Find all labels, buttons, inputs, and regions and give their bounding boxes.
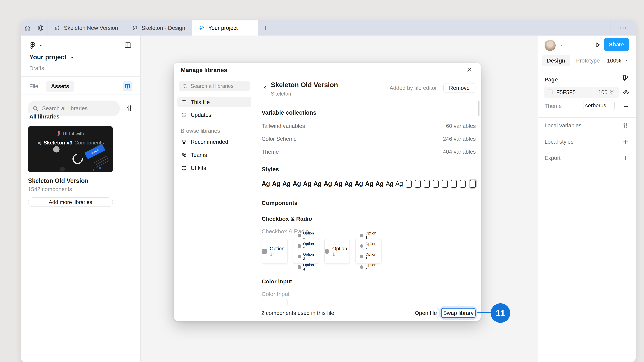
added-by-text: Added by file editor bbox=[390, 85, 437, 91]
remove-theme-icon[interactable] bbox=[622, 103, 629, 110]
radio-glyph bbox=[360, 265, 363, 269]
tab-prototype[interactable]: Prototype bbox=[576, 57, 600, 64]
modal-search-input[interactable] bbox=[191, 83, 247, 89]
library-card-thumbnail[interactable]: UI Kit with ☠ Skeleton v3 Components But… bbox=[28, 126, 113, 172]
remove-button[interactable]: Remove bbox=[443, 83, 476, 93]
library-name[interactable]: Skeleton Old Version bbox=[28, 177, 88, 184]
variable-count: 60 variables bbox=[446, 123, 476, 129]
variable-name: Color Scheme bbox=[262, 136, 297, 142]
scrollbar-thumb[interactable] bbox=[478, 100, 480, 116]
toggle-sidebar-button[interactable] bbox=[124, 41, 132, 49]
variable-row: Theme 404 variables bbox=[262, 148, 476, 156]
chevron-down-icon[interactable] bbox=[558, 43, 563, 48]
option-label: Option 1 bbox=[366, 231, 377, 240]
text-style-sample: Ag bbox=[365, 180, 373, 187]
tab-file[interactable]: File bbox=[29, 83, 38, 89]
chevron-down-icon bbox=[624, 58, 628, 63]
export-row[interactable]: Export bbox=[538, 150, 636, 166]
figma-menu-button[interactable] bbox=[29, 41, 43, 49]
thumb-decor-blue-dot bbox=[93, 169, 94, 171]
close-tab-icon[interactable] bbox=[246, 25, 252, 31]
tab-your-project[interactable]: Your project bbox=[192, 20, 258, 35]
add-more-libraries-button[interactable]: Add more libraries bbox=[28, 197, 113, 207]
variables-heading: Variable collections bbox=[262, 109, 316, 116]
nav-item-this-file[interactable]: This file bbox=[177, 97, 252, 107]
component-card-radio[interactable]: Option 1 bbox=[324, 239, 350, 264]
option-label: Option 2 bbox=[303, 242, 314, 250]
share-button[interactable]: Share bbox=[604, 38, 629, 51]
close-icon[interactable] bbox=[466, 66, 473, 73]
thumb-caption-top: UI Kit with bbox=[63, 131, 84, 136]
tab-label: Skeleton - Design bbox=[142, 25, 185, 31]
swap-library-button[interactable]: Swap library bbox=[441, 308, 476, 318]
group-heading: Color input bbox=[262, 278, 292, 285]
thumb-decor-dot bbox=[60, 167, 65, 172]
effect-style-swatch bbox=[424, 180, 430, 188]
thumb-decor-lines bbox=[92, 154, 110, 170]
modal-search[interactable] bbox=[178, 81, 250, 91]
present-play-button[interactable] bbox=[594, 41, 602, 49]
tab-skeleton-design[interactable]: Skeleton - Design bbox=[125, 20, 192, 35]
add-export-plus-icon[interactable] bbox=[622, 155, 629, 161]
page-color-field[interactable]: F5F5F5 bbox=[544, 87, 594, 98]
effect-style-swatch bbox=[414, 180, 421, 188]
effect-style-swatch bbox=[442, 180, 448, 188]
project-name-dropdown[interactable]: Your project bbox=[29, 54, 74, 61]
color-swatch[interactable] bbox=[547, 89, 552, 95]
local-styles-row[interactable]: Local styles bbox=[538, 134, 636, 150]
search-input[interactable] bbox=[42, 105, 115, 112]
variable-name: Theme bbox=[262, 149, 279, 155]
option-label: Option 3 bbox=[303, 252, 314, 261]
radio-glyph bbox=[360, 244, 363, 248]
open-book-icon bbox=[124, 83, 130, 89]
browse-community-button[interactable] bbox=[34, 20, 47, 35]
libraries-button[interactable] bbox=[122, 81, 132, 91]
back-chevron-icon[interactable] bbox=[262, 84, 268, 91]
new-tab-button[interactable] bbox=[258, 20, 273, 35]
tab-skeleton-new-version[interactable]: Skeleton New Version bbox=[47, 20, 125, 35]
add-style-plus-icon[interactable] bbox=[622, 138, 629, 145]
divider bbox=[21, 76, 140, 77]
local-variables-label: Local variables bbox=[544, 122, 582, 129]
nav-item-recommended[interactable]: Recommended bbox=[177, 137, 252, 147]
page-opacity-field[interactable]: 100 % bbox=[594, 87, 619, 98]
home-button[interactable] bbox=[21, 20, 34, 35]
zoom-dropdown[interactable]: 100% bbox=[607, 57, 628, 64]
component-card-radio-group[interactable]: Option 1 Option 2 Option 3 Option 4 bbox=[355, 239, 382, 264]
variables-sliders-icon[interactable] bbox=[622, 122, 629, 129]
figma-mini-logo-icon bbox=[57, 131, 60, 136]
panel-layout-icon bbox=[124, 41, 132, 49]
text-style-sample: Ag bbox=[282, 180, 290, 187]
nav-label: This file bbox=[191, 99, 210, 105]
nav-item-updates[interactable]: Updates bbox=[177, 110, 252, 120]
thumb-decor-circle bbox=[53, 146, 60, 152]
text-style-sample: Ag bbox=[386, 180, 393, 187]
tab-design[interactable]: Design bbox=[542, 55, 570, 66]
avatar[interactable] bbox=[544, 40, 556, 51]
local-variables-row[interactable]: Local variables bbox=[538, 117, 636, 134]
figma-file-icon bbox=[54, 25, 60, 31]
component-card-checkbox[interactable]: Option 1 bbox=[262, 239, 288, 264]
detail-library-subtitle: Skeleton bbox=[271, 91, 291, 97]
group-label: Color Input bbox=[262, 291, 290, 297]
nav-item-ui-kits[interactable]: UI kits bbox=[177, 163, 252, 173]
styles-heading: Styles bbox=[262, 166, 279, 173]
open-file-button[interactable]: Open file bbox=[413, 308, 439, 318]
divider bbox=[174, 124, 255, 124]
styles-swatchbook-icon[interactable] bbox=[622, 74, 629, 81]
eye-icon[interactable] bbox=[622, 89, 630, 96]
window-more-button[interactable] bbox=[610, 20, 636, 35]
text-style-sample: Ag bbox=[395, 180, 403, 187]
filter-sliders-icon[interactable] bbox=[126, 105, 133, 112]
theme-dropdown[interactable]: cerberus bbox=[583, 100, 615, 110]
text-style-sample: Ag bbox=[355, 180, 363, 187]
text-style-sample: Ag bbox=[293, 180, 301, 187]
right-panel: Share Design Prototype 100% Page F5F5F5 … bbox=[538, 35, 636, 362]
option-label: Option 1 bbox=[270, 246, 288, 257]
component-card-checkbox-group[interactable]: Option 1 Option 2 Option 3 Option 4 bbox=[293, 239, 319, 264]
nav-item-teams[interactable]: Teams bbox=[177, 150, 252, 160]
export-label: Export bbox=[544, 155, 560, 161]
tab-assets[interactable]: Assets bbox=[46, 81, 74, 92]
divider bbox=[538, 166, 636, 166]
variable-row: Color Scheme 246 variables bbox=[262, 135, 476, 143]
